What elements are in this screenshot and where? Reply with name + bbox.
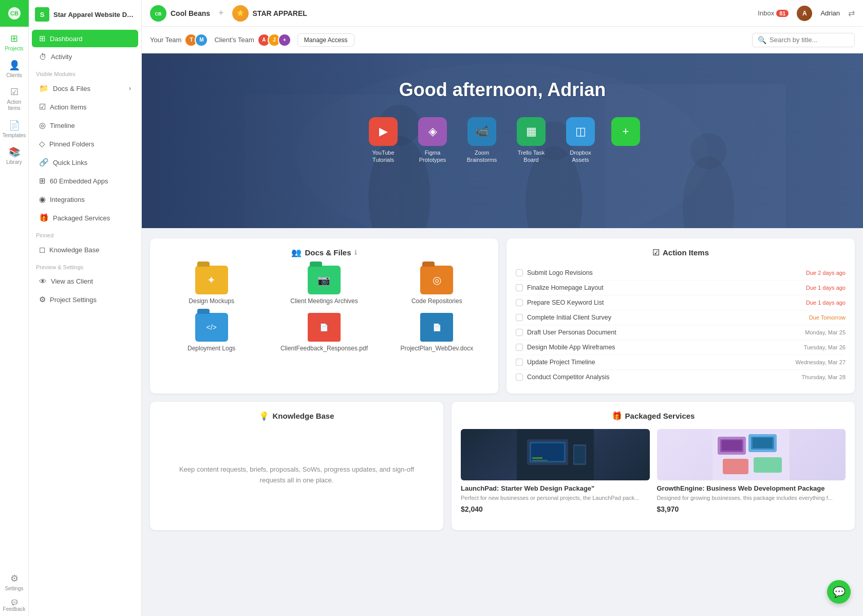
cards-section: 👥 Docs & Files ℹ ✦ Design Mockups 📷 Clie…: [142, 228, 863, 402]
nav-item-clients[interactable]: 👤 Clients: [0, 55, 28, 82]
hero-app-youtube[interactable]: ▶ YouTube Tutorials: [365, 117, 402, 164]
project-name: Star Apparel Website Dev...: [53, 11, 135, 18]
action-item-6[interactable]: Design Mobile App Wireframes Tuesday, Ma…: [516, 340, 846, 355]
doc-item-code-repos[interactable]: ◎ Code Repositories: [385, 266, 489, 305]
user-avatar[interactable]: A: [797, 6, 812, 21]
sidebar-item-action-items[interactable]: ☑ Action Items: [32, 98, 138, 116]
growthengine-desc: Designed for growing businesses, this pa…: [657, 494, 846, 502]
action-item-8[interactable]: Conduct Competitor Analysis Thursday, Ma…: [516, 370, 846, 384]
search-input[interactable]: [770, 36, 849, 44]
inbox-count: 81: [776, 10, 789, 17]
hero-app-zoom[interactable]: 📹 Zoom Brainstorms: [463, 117, 500, 164]
hero-app-figma[interactable]: ◈ Figma Prototypes: [414, 117, 451, 164]
bottom-section: 💡 Knowledge Base Keep content requests, …: [142, 402, 863, 540]
doc-item-client-meetings[interactable]: 📷 Client Meetings Archives: [272, 266, 376, 305]
hero-app-add[interactable]: +: [611, 117, 640, 146]
deployment-logs-folder: </>: [195, 313, 228, 342]
hero-banner: Good afternoon, Adrian ▶ YouTube Tutoria…: [142, 53, 863, 228]
nav-item-projects[interactable]: ⊞ Projects: [0, 29, 28, 55]
hero-app-trello[interactable]: ▦ Trello Task Board: [513, 117, 550, 164]
doc-item-design-mockups[interactable]: ✦ Design Mockups: [159, 266, 264, 305]
sidebar-item-integrations[interactable]: ◉ Integrations: [32, 191, 138, 208]
growthengine-thumb: [657, 429, 846, 480]
client-feedback-file: 📄: [308, 313, 341, 342]
sidebar-label-quick-links: Quick Links: [53, 159, 87, 166]
action-items-card-header: ☑ Action Items: [516, 248, 846, 257]
svg-rect-30: [723, 459, 748, 474]
visible-modules-label: Visible Modules: [29, 66, 141, 79]
action-item-4[interactable]: Complete Initial Client Survey Due Tomor…: [516, 310, 846, 325]
switch-icon[interactable]: ⇄: [848, 8, 855, 18]
action-items-nav-icon: ☑: [10, 86, 18, 98]
packaged-card-title: Packaged Services: [625, 412, 695, 420]
inbox-button[interactable]: Inbox 81: [758, 9, 789, 17]
sidebar-item-quick-links[interactable]: 🔗 Quick Links: [32, 154, 138, 171]
chevron-down-icon: ›: [129, 85, 131, 92]
nav-item-templates[interactable]: 📄 Templates: [0, 116, 28, 142]
action-text-6: Design Mobile App Wireframes: [527, 344, 800, 351]
sidebar-item-activity[interactable]: ⏱ Activity: [32, 48, 138, 65]
sidebar-item-packaged-services[interactable]: 🎁 Packaged Services: [32, 209, 138, 227]
feedback-label: Feedback: [3, 606, 26, 612]
search-box[interactable]: 🔍: [752, 33, 855, 47]
chat-button[interactable]: 💬: [827, 580, 851, 604]
nav-item-action-items[interactable]: ☑ Action Items: [0, 82, 28, 116]
action-item-7[interactable]: Update Project Timeline Wednesday, Mar 2…: [516, 355, 846, 370]
checkbox-7[interactable]: [516, 359, 523, 366]
sidebar-label-project-settings: Project Settings: [50, 296, 97, 304]
client-avatar-3: +: [278, 33, 291, 47]
sidebar-label-embedded-apps: 60 Embedded Apps: [50, 177, 108, 185]
package-growthengine[interactable]: GrowthEngine: Business Web Development P…: [657, 429, 846, 513]
project-plan-label: ProjectPlan_WebDev.docx: [401, 345, 474, 352]
library-icon: 📚: [9, 146, 20, 158]
sidebar-item-view-as-client[interactable]: 👁 View as Client: [32, 273, 138, 290]
checkbox-4[interactable]: [516, 314, 523, 321]
app-logo[interactable]: CB: [0, 0, 29, 27]
checkbox-5[interactable]: [516, 329, 523, 336]
checkbox-8[interactable]: [516, 374, 523, 381]
sidebar-item-docs[interactable]: 📁 Docs & Files ›: [32, 80, 138, 97]
client-logo-icon: ⭐: [237, 10, 244, 16]
sidebar-label-pinned-folders: Pinned Folders: [49, 140, 94, 148]
action-text-8: Conduct Competitor Analysis: [527, 374, 798, 381]
checkbox-3[interactable]: [516, 299, 523, 306]
project-settings-icon: ⚙: [39, 295, 46, 304]
manage-access-button[interactable]: Manage Access: [297, 33, 354, 47]
action-item-2[interactable]: Finalize Homepage Layout Due 1 days ago: [516, 281, 846, 295]
sidebar-item-knowledge-base[interactable]: ◻ Knowledge Base: [32, 241, 138, 258]
sidebar-item-embedded-apps[interactable]: ⊞ 60 Embedded Apps: [32, 172, 138, 190]
nav-item-library[interactable]: 📚 Library: [0, 142, 28, 169]
doc-item-client-feedback[interactable]: 📄 ClientFeedback_Responses.pdf: [272, 313, 376, 352]
sidebar-item-timeline[interactable]: ◎ Timeline: [32, 117, 138, 134]
integrations-icon: ◉: [39, 195, 46, 204]
action-item-3[interactable]: Prepare SEO Keyword List Due 1 days ago: [516, 295, 846, 310]
hero-app-dropbox[interactable]: ◫ Dropbox Assets: [562, 117, 599, 164]
figma-app-label: Figma Prototypes: [414, 149, 451, 164]
docs-card-title: Docs & Files: [305, 248, 351, 257]
dashboard-scroll[interactable]: Good afternoon, Adrian ▶ YouTube Tutoria…: [142, 53, 863, 616]
nav-item-settings[interactable]: ⚙ Settings: [0, 569, 28, 595]
checkbox-2[interactable]: [516, 284, 523, 291]
pinned-folders-icon: ◇: [39, 139, 45, 148]
action-item-5[interactable]: Draft User Personas Document Monday, Mar…: [516, 325, 846, 340]
sidebar-item-project-settings[interactable]: ⚙ Project Settings: [32, 291, 138, 308]
action-item-1[interactable]: Submit Logo Revisions Due 2 days ago: [516, 266, 846, 281]
nav-label-projects: Projects: [5, 46, 23, 51]
sidebar-label-timeline: Timeline: [50, 122, 75, 129]
packaged-services-icon: 🎁: [39, 213, 49, 222]
checkbox-6[interactable]: [516, 344, 523, 351]
sidebar-item-pinned-folders[interactable]: ◇ Pinned Folders: [32, 135, 138, 153]
doc-item-deployment-logs[interactable]: </> Deployment Logs: [159, 313, 264, 352]
sidebar-label-docs: Docs & Files: [53, 85, 90, 92]
doc-item-project-plan[interactable]: 📄 ProjectPlan_WebDev.docx: [385, 313, 489, 352]
package-launchpad[interactable]: LaunchPad: Starter Web Design Package" P…: [461, 429, 650, 513]
sidebar-item-dashboard[interactable]: ⊞ Dashboard: [32, 30, 138, 47]
feedback-button[interactable]: 💬 Feedback: [0, 595, 29, 616]
preview-settings-label: Preview & Settings: [29, 259, 141, 272]
topbar-right: Inbox 81 A Adrian ⇄: [758, 6, 855, 21]
zoom-app-label: Zoom Brainstorms: [463, 149, 500, 164]
code-repos-folder: ◎: [420, 266, 453, 294]
clients-team-label: Client's Team: [214, 36, 254, 44]
checkbox-1[interactable]: [516, 269, 523, 276]
docs-info-icon: ℹ: [354, 249, 357, 256]
